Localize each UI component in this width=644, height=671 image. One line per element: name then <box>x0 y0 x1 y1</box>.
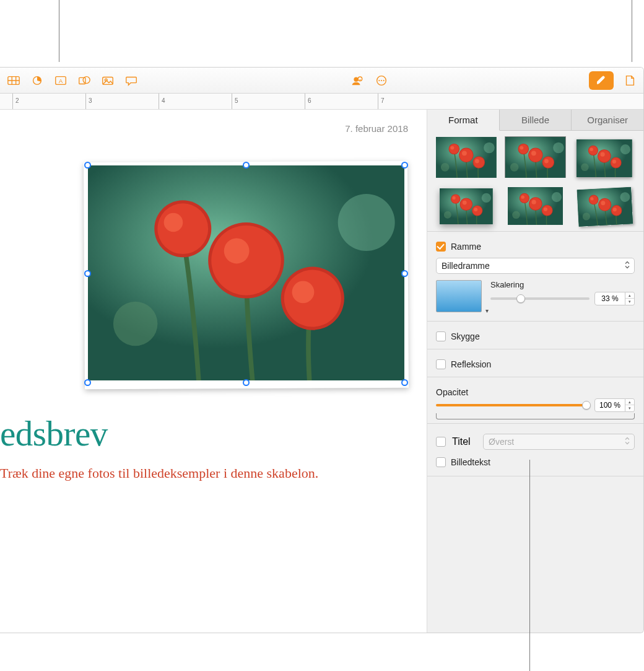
opacity-label: Opacitet <box>436 387 468 397</box>
document-subtext[interactable]: Træk dine egne fotos til billedeksempler… <box>0 464 408 483</box>
ruler-label: 7 <box>381 97 385 104</box>
collaborate-button[interactable]: + <box>346 72 368 89</box>
caption-checkbox[interactable] <box>436 457 446 467</box>
shadow-checkbox[interactable] <box>436 331 446 341</box>
shadow-label: Skygge <box>451 331 480 341</box>
title-label: Titel <box>452 436 477 447</box>
svg-point-24 <box>354 77 358 81</box>
title-position-dropdown[interactable]: Øverst <box>483 434 635 450</box>
style-preset[interactable] <box>436 185 497 225</box>
more-button[interactable] <box>370 72 393 89</box>
resize-handle[interactable] <box>243 162 250 169</box>
selected-image[interactable] <box>88 165 404 382</box>
resize-handle[interactable] <box>84 270 91 277</box>
style-preset[interactable] <box>574 137 635 177</box>
resize-handle[interactable] <box>243 379 250 386</box>
opacity-slider[interactable] <box>436 404 590 406</box>
tab-image[interactable]: Billede <box>500 110 572 131</box>
chevron-updown-icon <box>624 261 630 271</box>
svg-text:A: A <box>59 77 63 84</box>
title-checkbox[interactable] <box>436 437 446 447</box>
svg-text:+: + <box>359 77 360 81</box>
caption-label: Billedtekst <box>451 457 490 467</box>
insert-text-button[interactable]: A <box>50 72 72 89</box>
tab-organize[interactable]: Organiser <box>572 110 643 131</box>
insert-shape-button[interactable] <box>73 72 95 89</box>
insert-comment-button[interactable] <box>120 72 142 89</box>
tab-format[interactable]: Format <box>427 110 500 131</box>
callout-bracket <box>436 413 635 419</box>
style-preset[interactable] <box>436 137 497 177</box>
svg-point-21 <box>83 76 90 83</box>
resize-handle[interactable] <box>401 379 408 386</box>
style-preset[interactable] <box>505 137 566 177</box>
format-sidebar: Format Billede Organiser <box>427 110 643 633</box>
scale-slider[interactable] <box>490 297 590 300</box>
image-style-presets <box>436 137 635 225</box>
frame-checkbox[interactable] <box>436 242 446 252</box>
document-date: 7. februar 2018 <box>345 123 408 134</box>
chevron-updown-icon <box>624 437 630 447</box>
insert-chart-button[interactable] <box>26 72 48 89</box>
dropdown-value: Øverst <box>489 437 514 447</box>
svg-point-30 <box>383 79 384 81</box>
ruler-label: 3 <box>89 97 92 104</box>
scale-label: Skalering <box>490 280 635 289</box>
reflection-label: Refleksion <box>451 359 491 369</box>
toolbar: A + <box>0 68 643 94</box>
document-canvas[interactable]: 7. februar 2018 edsbrev Træk dine egne f… <box>0 110 427 633</box>
svg-point-29 <box>380 79 381 81</box>
scale-value-input[interactable] <box>594 292 625 305</box>
opacity-value-input[interactable] <box>594 398 625 412</box>
image-content <box>88 165 404 380</box>
reflection-checkbox[interactable] <box>436 359 446 369</box>
ruler-label: 6 <box>308 97 311 104</box>
style-preset[interactable] <box>574 185 635 225</box>
resize-handle[interactable] <box>401 162 408 169</box>
ruler-label: 4 <box>162 97 165 104</box>
frame-type-dropdown[interactable]: Billedramme <box>436 258 635 274</box>
frame-preview-button[interactable] <box>436 280 482 312</box>
document-inspector-button[interactable] <box>619 72 641 89</box>
format-inspector-button[interactable] <box>589 71 614 90</box>
frame-label: Ramme <box>451 242 481 252</box>
resize-handle[interactable] <box>84 379 91 386</box>
insert-table-button[interactable] <box>2 72 25 89</box>
document-headline[interactable]: edsbrev <box>0 413 108 454</box>
dropdown-value: Billedramme <box>442 261 490 271</box>
scale-stepper[interactable]: ▴▾ <box>625 292 635 305</box>
svg-point-28 <box>378 79 380 81</box>
resize-handle[interactable] <box>401 270 408 277</box>
resize-handle[interactable] <box>84 162 91 169</box>
ruler-label: 2 <box>15 97 19 104</box>
insert-media-button[interactable] <box>97 72 119 89</box>
opacity-stepper[interactable]: ▴▾ <box>625 398 635 412</box>
ruler[interactable]: 2 3 4 5 6 7 <box>0 94 643 110</box>
ruler-label: 5 <box>235 97 238 104</box>
style-preset[interactable] <box>505 185 566 225</box>
